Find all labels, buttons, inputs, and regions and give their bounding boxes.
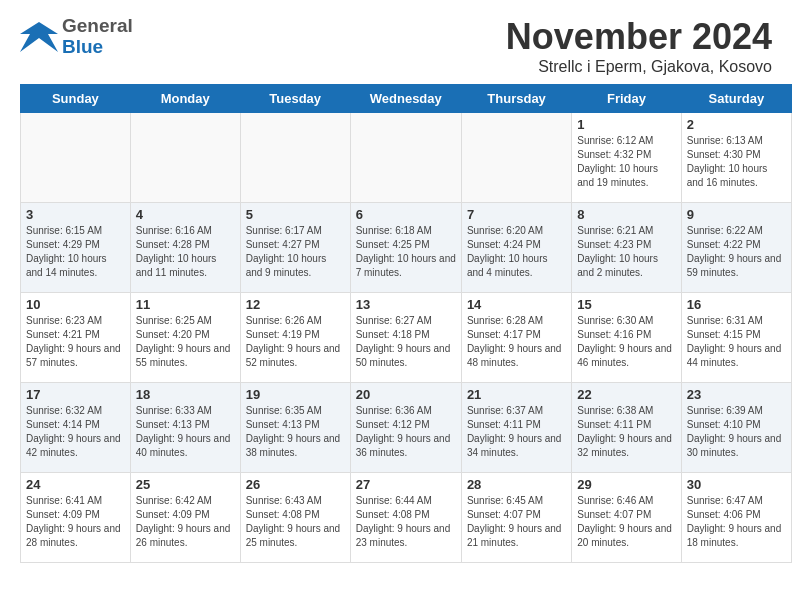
- day-number: 6: [356, 207, 456, 222]
- day-cell: 3Sunrise: 6:15 AM Sunset: 4:29 PM Daylig…: [21, 203, 131, 293]
- calendar-week-row: 17Sunrise: 6:32 AM Sunset: 4:14 PM Dayli…: [21, 383, 792, 473]
- day-cell: 7Sunrise: 6:20 AM Sunset: 4:24 PM Daylig…: [461, 203, 571, 293]
- day-info: Sunrise: 6:32 AM Sunset: 4:14 PM Dayligh…: [26, 404, 125, 460]
- day-header-thursday: Thursday: [461, 85, 571, 113]
- logo: General Blue: [20, 16, 133, 58]
- day-info: Sunrise: 6:28 AM Sunset: 4:17 PM Dayligh…: [467, 314, 566, 370]
- day-cell: 29Sunrise: 6:46 AM Sunset: 4:07 PM Dayli…: [572, 473, 681, 563]
- day-info: Sunrise: 6:41 AM Sunset: 4:09 PM Dayligh…: [26, 494, 125, 550]
- day-info: Sunrise: 6:23 AM Sunset: 4:21 PM Dayligh…: [26, 314, 125, 370]
- calendar-week-row: 10Sunrise: 6:23 AM Sunset: 4:21 PM Dayli…: [21, 293, 792, 383]
- title-section: November 2024 Strellc i Eperm, Gjakova, …: [506, 16, 772, 76]
- day-number: 2: [687, 117, 786, 132]
- day-cell: 24Sunrise: 6:41 AM Sunset: 4:09 PM Dayli…: [21, 473, 131, 563]
- page-header: General Blue November 2024 Strellc i Epe…: [0, 0, 792, 84]
- day-cell: 25Sunrise: 6:42 AM Sunset: 4:09 PM Dayli…: [130, 473, 240, 563]
- day-info: Sunrise: 6:36 AM Sunset: 4:12 PM Dayligh…: [356, 404, 456, 460]
- day-cell: 17Sunrise: 6:32 AM Sunset: 4:14 PM Dayli…: [21, 383, 131, 473]
- day-number: 17: [26, 387, 125, 402]
- day-info: Sunrise: 6:30 AM Sunset: 4:16 PM Dayligh…: [577, 314, 675, 370]
- day-number: 25: [136, 477, 235, 492]
- day-info: Sunrise: 6:18 AM Sunset: 4:25 PM Dayligh…: [356, 224, 456, 280]
- calendar-header-row: SundayMondayTuesdayWednesdayThursdayFrid…: [21, 85, 792, 113]
- day-number: 27: [356, 477, 456, 492]
- day-cell: [350, 113, 461, 203]
- day-cell: 14Sunrise: 6:28 AM Sunset: 4:17 PM Dayli…: [461, 293, 571, 383]
- day-cell: 20Sunrise: 6:36 AM Sunset: 4:12 PM Dayli…: [350, 383, 461, 473]
- day-info: Sunrise: 6:42 AM Sunset: 4:09 PM Dayligh…: [136, 494, 235, 550]
- day-cell: 5Sunrise: 6:17 AM Sunset: 4:27 PM Daylig…: [240, 203, 350, 293]
- day-cell: 30Sunrise: 6:47 AM Sunset: 4:06 PM Dayli…: [681, 473, 791, 563]
- day-info: Sunrise: 6:47 AM Sunset: 4:06 PM Dayligh…: [687, 494, 786, 550]
- subtitle: Strellc i Eperm, Gjakova, Kosovo: [506, 58, 772, 76]
- day-number: 22: [577, 387, 675, 402]
- day-number: 10: [26, 297, 125, 312]
- day-number: 5: [246, 207, 345, 222]
- day-info: Sunrise: 6:17 AM Sunset: 4:27 PM Dayligh…: [246, 224, 345, 280]
- day-info: Sunrise: 6:21 AM Sunset: 4:23 PM Dayligh…: [577, 224, 675, 280]
- day-number: 12: [246, 297, 345, 312]
- day-cell: 2Sunrise: 6:13 AM Sunset: 4:30 PM Daylig…: [681, 113, 791, 203]
- day-number: 7: [467, 207, 566, 222]
- day-info: Sunrise: 6:22 AM Sunset: 4:22 PM Dayligh…: [687, 224, 786, 280]
- day-cell: 18Sunrise: 6:33 AM Sunset: 4:13 PM Dayli…: [130, 383, 240, 473]
- day-number: 15: [577, 297, 675, 312]
- day-cell: 23Sunrise: 6:39 AM Sunset: 4:10 PM Dayli…: [681, 383, 791, 473]
- day-info: Sunrise: 6:31 AM Sunset: 4:15 PM Dayligh…: [687, 314, 786, 370]
- day-info: Sunrise: 6:25 AM Sunset: 4:20 PM Dayligh…: [136, 314, 235, 370]
- day-info: Sunrise: 6:16 AM Sunset: 4:28 PM Dayligh…: [136, 224, 235, 280]
- day-info: Sunrise: 6:45 AM Sunset: 4:07 PM Dayligh…: [467, 494, 566, 550]
- day-info: Sunrise: 6:12 AM Sunset: 4:32 PM Dayligh…: [577, 134, 675, 190]
- logo-general: General: [62, 16, 133, 37]
- day-number: 20: [356, 387, 456, 402]
- day-number: 18: [136, 387, 235, 402]
- day-info: Sunrise: 6:26 AM Sunset: 4:19 PM Dayligh…: [246, 314, 345, 370]
- day-cell: 1Sunrise: 6:12 AM Sunset: 4:32 PM Daylig…: [572, 113, 681, 203]
- day-cell: 6Sunrise: 6:18 AM Sunset: 4:25 PM Daylig…: [350, 203, 461, 293]
- day-cell: 4Sunrise: 6:16 AM Sunset: 4:28 PM Daylig…: [130, 203, 240, 293]
- day-info: Sunrise: 6:39 AM Sunset: 4:10 PM Dayligh…: [687, 404, 786, 460]
- svg-marker-0: [20, 22, 58, 52]
- day-number: 23: [687, 387, 786, 402]
- day-info: Sunrise: 6:35 AM Sunset: 4:13 PM Dayligh…: [246, 404, 345, 460]
- calendar-week-row: 3Sunrise: 6:15 AM Sunset: 4:29 PM Daylig…: [21, 203, 792, 293]
- day-cell: 13Sunrise: 6:27 AM Sunset: 4:18 PM Dayli…: [350, 293, 461, 383]
- day-cell: 8Sunrise: 6:21 AM Sunset: 4:23 PM Daylig…: [572, 203, 681, 293]
- day-number: 30: [687, 477, 786, 492]
- day-number: 26: [246, 477, 345, 492]
- day-cell: [240, 113, 350, 203]
- day-cell: 16Sunrise: 6:31 AM Sunset: 4:15 PM Dayli…: [681, 293, 791, 383]
- day-number: 1: [577, 117, 675, 132]
- day-cell: [461, 113, 571, 203]
- day-number: 24: [26, 477, 125, 492]
- day-header-friday: Friday: [572, 85, 681, 113]
- day-number: 19: [246, 387, 345, 402]
- day-cell: 11Sunrise: 6:25 AM Sunset: 4:20 PM Dayli…: [130, 293, 240, 383]
- day-cell: [130, 113, 240, 203]
- day-cell: 19Sunrise: 6:35 AM Sunset: 4:13 PM Dayli…: [240, 383, 350, 473]
- day-number: 11: [136, 297, 235, 312]
- day-number: 28: [467, 477, 566, 492]
- day-number: 14: [467, 297, 566, 312]
- day-cell: 10Sunrise: 6:23 AM Sunset: 4:21 PM Dayli…: [21, 293, 131, 383]
- day-cell: 9Sunrise: 6:22 AM Sunset: 4:22 PM Daylig…: [681, 203, 791, 293]
- day-info: Sunrise: 6:44 AM Sunset: 4:08 PM Dayligh…: [356, 494, 456, 550]
- day-info: Sunrise: 6:15 AM Sunset: 4:29 PM Dayligh…: [26, 224, 125, 280]
- logo-icon: [20, 18, 58, 56]
- day-header-sunday: Sunday: [21, 85, 131, 113]
- day-cell: 12Sunrise: 6:26 AM Sunset: 4:19 PM Dayli…: [240, 293, 350, 383]
- calendar-wrapper: SundayMondayTuesdayWednesdayThursdayFrid…: [0, 84, 792, 573]
- calendar-week-row: 1Sunrise: 6:12 AM Sunset: 4:32 PM Daylig…: [21, 113, 792, 203]
- day-info: Sunrise: 6:13 AM Sunset: 4:30 PM Dayligh…: [687, 134, 786, 190]
- day-number: 4: [136, 207, 235, 222]
- day-number: 13: [356, 297, 456, 312]
- calendar-table: SundayMondayTuesdayWednesdayThursdayFrid…: [20, 84, 792, 563]
- day-info: Sunrise: 6:38 AM Sunset: 4:11 PM Dayligh…: [577, 404, 675, 460]
- day-cell: 21Sunrise: 6:37 AM Sunset: 4:11 PM Dayli…: [461, 383, 571, 473]
- day-cell: 27Sunrise: 6:44 AM Sunset: 4:08 PM Dayli…: [350, 473, 461, 563]
- day-info: Sunrise: 6:43 AM Sunset: 4:08 PM Dayligh…: [246, 494, 345, 550]
- day-info: Sunrise: 6:20 AM Sunset: 4:24 PM Dayligh…: [467, 224, 566, 280]
- logo-text: General Blue: [62, 16, 133, 58]
- day-number: 3: [26, 207, 125, 222]
- main-title: November 2024: [506, 16, 772, 58]
